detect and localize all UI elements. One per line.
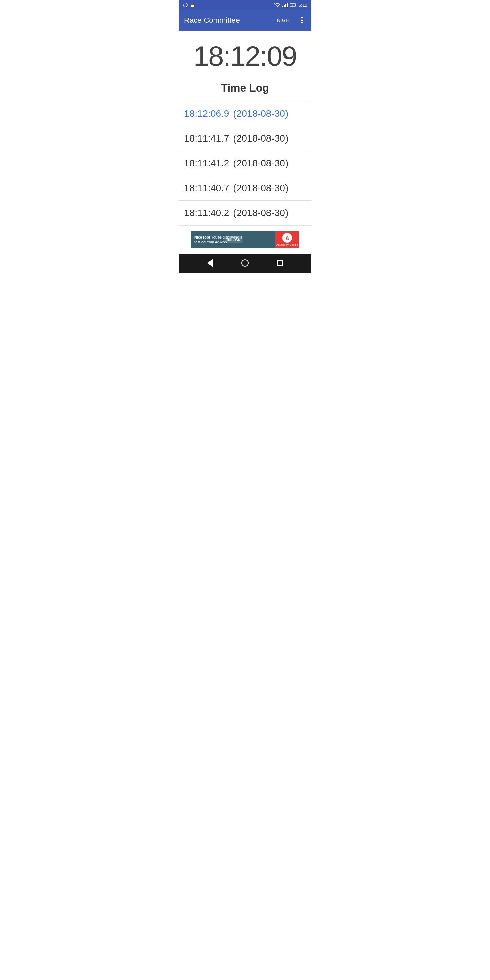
time-log-header: Time Log xyxy=(179,78,311,102)
loading-icon xyxy=(183,2,188,8)
admob-logo-icon: a xyxy=(282,233,292,243)
home-icon xyxy=(241,259,249,267)
entry-date: (2018-08-30) xyxy=(233,158,288,169)
app-bar-actions: NIGHT ⋮ xyxy=(277,17,306,24)
svg-rect-6 xyxy=(284,5,285,8)
nav-bar xyxy=(179,253,311,272)
svg-rect-5 xyxy=(282,6,283,8)
time-log-list: 18:12:06.9 (2018-08-30) 18:11:41.7 (2018… xyxy=(179,102,311,226)
app-title: Race Committee xyxy=(184,16,240,25)
ad-logo: a AdMob by Google xyxy=(275,231,299,248)
status-bar: 6:12 xyxy=(179,0,311,10)
nav-back-button[interactable] xyxy=(203,256,217,270)
main-content: 18:12:09 Time Log 18:12:06.9 (2018-08-30… xyxy=(179,30,311,253)
clock-time: 18:12:09 xyxy=(182,41,308,72)
time-log-entry[interactable]: 18:11:40.7 (2018-08-30) xyxy=(179,176,311,201)
time-log-entry[interactable]: 18:11:40.2 (2018-08-30) xyxy=(179,201,311,226)
wifi-icon xyxy=(274,3,280,8)
status-bar-left-icons xyxy=(183,2,195,8)
svg-rect-4 xyxy=(193,3,194,5)
recent-icon xyxy=(277,260,283,266)
more-menu-button[interactable]: ⋮ xyxy=(298,17,306,24)
entry-time: 18:11:40.2 xyxy=(184,208,229,218)
time-log-entry[interactable]: 18:11:41.2 (2018-08-30) xyxy=(179,151,311,176)
svg-rect-10 xyxy=(295,5,296,6)
entry-date: (2018-08-30) xyxy=(233,108,288,119)
sdcard-icon xyxy=(190,2,195,8)
nav-home-button[interactable] xyxy=(238,256,252,270)
entry-time: 18:11:40.7 xyxy=(184,183,229,194)
entry-date: (2018-08-30) xyxy=(233,183,288,194)
entry-date: (2018-08-30) xyxy=(233,133,288,144)
night-button[interactable]: NIGHT xyxy=(277,18,293,23)
svg-rect-3 xyxy=(192,3,192,5)
time-log-entry[interactable]: 18:12:06.9 (2018-08-30) xyxy=(179,102,311,126)
svg-rect-2 xyxy=(191,3,192,5)
ad-content: Nice job! You're displaying atest ad fro… xyxy=(191,231,275,248)
signal-icon xyxy=(282,3,288,8)
ad-text: Nice job! You're displaying atest ad fro… xyxy=(194,235,242,245)
battery-icon xyxy=(290,3,297,8)
admob-logo-text: AdMob by Google xyxy=(276,243,298,247)
entry-date: (2018-08-30) xyxy=(233,208,288,218)
entry-time: 18:11:41.2 xyxy=(184,158,229,169)
nav-recent-button[interactable] xyxy=(273,256,287,270)
svg-rect-8 xyxy=(286,3,288,8)
app-bar: Race Committee NIGHT ⋮ xyxy=(179,10,311,30)
status-bar-right-icons: 6:12 xyxy=(274,3,307,8)
svg-point-0 xyxy=(183,3,188,7)
clock-display: 18:12:09 xyxy=(179,30,311,78)
back-icon xyxy=(207,259,213,267)
entry-time: 18:12:06.9 xyxy=(184,108,229,119)
time-log-entry[interactable]: 18:11:41.7 (2018-08-30) xyxy=(179,126,311,151)
entry-time: 18:11:41.7 xyxy=(184,133,229,144)
status-time: 6:12 xyxy=(299,3,307,8)
time-log-title: Time Log xyxy=(221,82,269,94)
svg-rect-7 xyxy=(285,4,286,8)
ad-banner: Nice job! You're displaying atest ad fro… xyxy=(191,231,299,248)
